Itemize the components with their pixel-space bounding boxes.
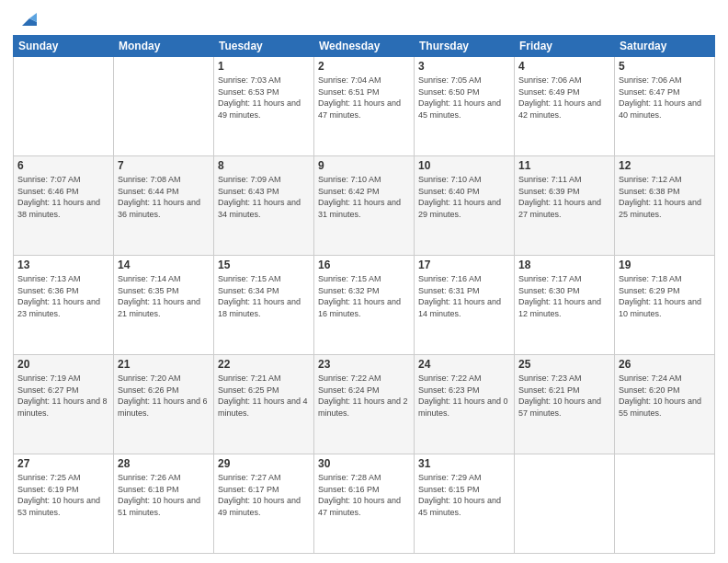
calendar-cell: 31Sunrise: 7:29 AMSunset: 6:15 PMDayligh… [415, 454, 515, 554]
calendar-cell: 30Sunrise: 7:28 AMSunset: 6:16 PMDayligh… [314, 454, 415, 554]
day-number: 17 [418, 259, 510, 271]
day-number: 3 [418, 60, 510, 73]
col-header-wednesday: Wednesday [314, 36, 415, 57]
calendar-cell: 3Sunrise: 7:05 AMSunset: 6:50 PMDaylight… [415, 57, 515, 156]
calendar-cell: 5Sunrise: 7:06 AMSunset: 6:47 PMDaylight… [615, 57, 715, 156]
logo [13, 9, 37, 29]
calendar-cell: 7Sunrise: 7:08 AMSunset: 6:44 PMDaylight… [114, 156, 214, 256]
day-info: Sunrise: 7:14 AMSunset: 6:35 PMDaylight:… [118, 273, 210, 319]
calendar-cell: 6Sunrise: 7:07 AMSunset: 6:46 PMDaylight… [14, 156, 114, 256]
calendar-cell [615, 454, 715, 554]
day-info: Sunrise: 7:25 AMSunset: 6:19 PMDaylight:… [17, 472, 109, 518]
day-number: 7 [118, 159, 210, 172]
calendar-cell: 2Sunrise: 7:04 AMSunset: 6:51 PMDaylight… [314, 57, 415, 156]
day-info: Sunrise: 7:09 AMSunset: 6:43 PMDaylight:… [218, 174, 310, 220]
day-number: 4 [518, 60, 610, 73]
calendar-cell: 20Sunrise: 7:19 AMSunset: 6:27 PMDayligh… [14, 355, 114, 454]
day-info: Sunrise: 7:22 AMSunset: 6:24 PMDaylight:… [318, 373, 410, 419]
day-info: Sunrise: 7:24 AMSunset: 6:20 PMDaylight:… [619, 373, 711, 419]
calendar-cell: 10Sunrise: 7:10 AMSunset: 6:40 PMDayligh… [415, 156, 515, 256]
day-info: Sunrise: 7:18 AMSunset: 6:29 PMDaylight:… [619, 273, 711, 319]
day-number: 22 [218, 358, 310, 371]
col-header-thursday: Thursday [415, 36, 515, 57]
day-number: 25 [518, 358, 610, 371]
col-header-monday: Monday [114, 36, 214, 57]
day-number: 1 [218, 60, 310, 73]
day-info: Sunrise: 7:23 AMSunset: 6:21 PMDaylight:… [518, 373, 610, 419]
calendar-cell: 15Sunrise: 7:15 AMSunset: 6:34 PMDayligh… [214, 256, 314, 355]
day-number: 27 [17, 457, 109, 470]
calendar-cell: 19Sunrise: 7:18 AMSunset: 6:29 PMDayligh… [615, 256, 715, 355]
day-info: Sunrise: 7:05 AMSunset: 6:50 PMDaylight:… [418, 75, 510, 121]
day-info: Sunrise: 7:17 AMSunset: 6:30 PMDaylight:… [518, 273, 610, 319]
calendar-cell: 24Sunrise: 7:22 AMSunset: 6:23 PMDayligh… [415, 355, 515, 454]
calendar-table: Sunday Monday Tuesday Wednesday Thursday… [13, 35, 715, 554]
calendar-cell: 11Sunrise: 7:11 AMSunset: 6:39 PMDayligh… [515, 156, 615, 256]
calendar-cell: 29Sunrise: 7:27 AMSunset: 6:17 PMDayligh… [214, 454, 314, 554]
calendar-cell: 28Sunrise: 7:26 AMSunset: 6:18 PMDayligh… [114, 454, 214, 554]
day-info: Sunrise: 7:12 AMSunset: 6:38 PMDaylight:… [619, 174, 711, 220]
day-number: 31 [418, 457, 510, 470]
day-number: 28 [118, 457, 210, 470]
day-info: Sunrise: 7:21 AMSunset: 6:25 PMDaylight:… [218, 373, 310, 419]
calendar-cell: 14Sunrise: 7:14 AMSunset: 6:35 PMDayligh… [114, 256, 214, 355]
day-number: 21 [118, 358, 210, 371]
day-number: 23 [318, 358, 410, 371]
calendar-cell: 4Sunrise: 7:06 AMSunset: 6:49 PMDaylight… [515, 57, 615, 156]
day-info: Sunrise: 7:19 AMSunset: 6:27 PMDaylight:… [17, 373, 109, 419]
day-info: Sunrise: 7:15 AMSunset: 6:32 PMDaylight:… [318, 273, 410, 319]
day-info: Sunrise: 7:04 AMSunset: 6:51 PMDaylight:… [318, 75, 410, 121]
col-header-tuesday: Tuesday [214, 36, 314, 57]
day-info: Sunrise: 7:22 AMSunset: 6:23 PMDaylight:… [418, 373, 510, 419]
calendar-cell [114, 57, 214, 156]
calendar-cell: 18Sunrise: 7:17 AMSunset: 6:30 PMDayligh… [515, 256, 615, 355]
day-number: 13 [17, 259, 109, 271]
day-info: Sunrise: 7:13 AMSunset: 6:36 PMDaylight:… [17, 273, 109, 319]
day-info: Sunrise: 7:27 AMSunset: 6:17 PMDaylight:… [218, 472, 310, 518]
day-number: 14 [118, 259, 210, 271]
calendar-cell: 13Sunrise: 7:13 AMSunset: 6:36 PMDayligh… [14, 256, 114, 355]
day-number: 8 [218, 159, 310, 172]
col-header-friday: Friday [515, 36, 615, 57]
calendar-cell: 23Sunrise: 7:22 AMSunset: 6:24 PMDayligh… [314, 355, 415, 454]
day-number: 2 [318, 60, 410, 73]
calendar-cell [14, 57, 114, 156]
calendar-cell: 9Sunrise: 7:10 AMSunset: 6:42 PMDaylight… [314, 156, 415, 256]
day-number: 15 [218, 259, 310, 271]
day-info: Sunrise: 7:10 AMSunset: 6:40 PMDaylight:… [418, 174, 510, 220]
day-number: 18 [518, 259, 610, 271]
logo-icon [17, 9, 37, 29]
day-info: Sunrise: 7:28 AMSunset: 6:16 PMDaylight:… [318, 472, 410, 518]
day-number: 12 [619, 159, 711, 172]
calendar-cell: 27Sunrise: 7:25 AMSunset: 6:19 PMDayligh… [14, 454, 114, 554]
day-info: Sunrise: 7:16 AMSunset: 6:31 PMDaylight:… [418, 273, 510, 319]
calendar-cell: 8Sunrise: 7:09 AMSunset: 6:43 PMDaylight… [214, 156, 314, 256]
day-info: Sunrise: 7:07 AMSunset: 6:46 PMDaylight:… [17, 174, 109, 220]
day-number: 20 [17, 358, 109, 371]
day-number: 5 [619, 60, 711, 73]
day-info: Sunrise: 7:11 AMSunset: 6:39 PMDaylight:… [518, 174, 610, 220]
day-info: Sunrise: 7:06 AMSunset: 6:49 PMDaylight:… [518, 75, 610, 121]
day-info: Sunrise: 7:10 AMSunset: 6:42 PMDaylight:… [318, 174, 410, 220]
day-number: 16 [318, 259, 410, 271]
day-number: 9 [318, 159, 410, 172]
calendar-cell: 21Sunrise: 7:20 AMSunset: 6:26 PMDayligh… [114, 355, 214, 454]
day-info: Sunrise: 7:20 AMSunset: 6:26 PMDaylight:… [118, 373, 210, 419]
day-number: 30 [318, 457, 410, 470]
calendar-cell: 16Sunrise: 7:15 AMSunset: 6:32 PMDayligh… [314, 256, 415, 355]
day-number: 6 [17, 159, 109, 172]
calendar-cell: 12Sunrise: 7:12 AMSunset: 6:38 PMDayligh… [615, 156, 715, 256]
col-header-saturday: Saturday [615, 36, 715, 57]
day-number: 10 [418, 159, 510, 172]
page-container: Sunday Monday Tuesday Wednesday Thursday… [0, 0, 728, 563]
day-info: Sunrise: 7:06 AMSunset: 6:47 PMDaylight:… [619, 75, 711, 121]
calendar-cell: 17Sunrise: 7:16 AMSunset: 6:31 PMDayligh… [415, 256, 515, 355]
calendar-cell: 26Sunrise: 7:24 AMSunset: 6:20 PMDayligh… [615, 355, 715, 454]
calendar-cell [515, 454, 615, 554]
day-info: Sunrise: 7:26 AMSunset: 6:18 PMDaylight:… [118, 472, 210, 518]
day-info: Sunrise: 7:29 AMSunset: 6:15 PMDaylight:… [418, 472, 510, 518]
calendar-cell: 22Sunrise: 7:21 AMSunset: 6:25 PMDayligh… [214, 355, 314, 454]
day-number: 11 [518, 159, 610, 172]
col-header-sunday: Sunday [14, 36, 114, 57]
day-info: Sunrise: 7:08 AMSunset: 6:44 PMDaylight:… [118, 174, 210, 220]
